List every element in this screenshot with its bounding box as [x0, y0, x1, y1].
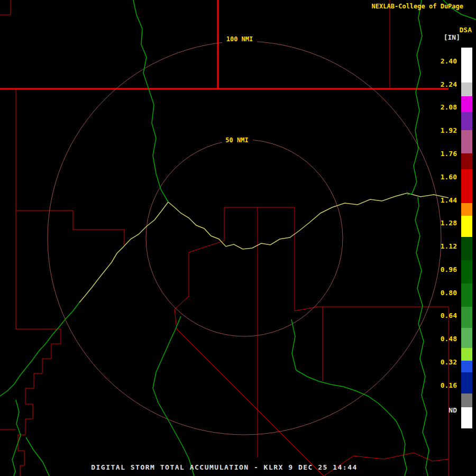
river-line: [133, 0, 168, 202]
colorbar-band: [461, 216, 472, 237]
colorbar-band: [461, 407, 472, 428]
range-ring-50nmi: [146, 140, 343, 336]
product-code-label: DSA: [460, 26, 472, 34]
colorbar-band: [461, 169, 472, 203]
colorbar-band: [461, 130, 472, 153]
county-boundary-line: [177, 329, 324, 476]
colorbar-band: [461, 348, 472, 361]
colorbar: [461, 48, 472, 428]
radar-display: 100 NMI 50 NMI NEXLAB-College of DuPage …: [0, 0, 476, 476]
colorbar-band: [461, 372, 472, 393]
range-rings: [48, 41, 441, 435]
county-boundary-line: [16, 210, 124, 245]
units-label: [IN]: [444, 33, 460, 41]
range-label-100nmi: 100 NMI: [226, 35, 253, 43]
colorbar-band: [461, 153, 472, 169]
county-boundary-line: [175, 207, 224, 329]
colorbar-band: [461, 48, 472, 83]
river-line: [296, 370, 407, 476]
colorbar-band: [461, 393, 472, 407]
colorbar-band: [461, 203, 472, 216]
radar-map: 100 NMI 50 NMI: [0, 0, 476, 476]
county-boundaries: [0, 0, 448, 476]
state-boundaries: [0, 0, 448, 89]
river-line: [291, 319, 296, 370]
product-caption: DIGITAL STORM TOTAL ACCUMULATION - KLRX …: [0, 463, 448, 471]
river-line: [0, 303, 79, 396]
river-line: [415, 197, 429, 476]
river-line: [407, 0, 422, 195]
colorbar-band: [461, 283, 472, 307]
colorbar-band: [461, 361, 472, 372]
colorbar-band: [461, 96, 472, 112]
range-label-50nmi: 50 NMI: [225, 136, 248, 144]
county-boundary-line: [16, 329, 61, 476]
colorbar-band: [461, 112, 472, 130]
colorbar-band: [461, 328, 472, 348]
station-title: NEXLAB-College of DuPage: [372, 3, 463, 10]
rivers: [0, 0, 476, 476]
river-main-line: [79, 202, 168, 303]
colorbar-band: [461, 83, 472, 96]
range-ring-100nmi: [48, 41, 441, 435]
colorbar-band: [461, 307, 472, 328]
county-boundary-line: [0, 0, 11, 15]
county-boundary-line: [295, 207, 448, 311]
colorbar-band: [461, 260, 472, 283]
river-main-line: [168, 193, 448, 249]
colorbar-band: [461, 237, 472, 260]
